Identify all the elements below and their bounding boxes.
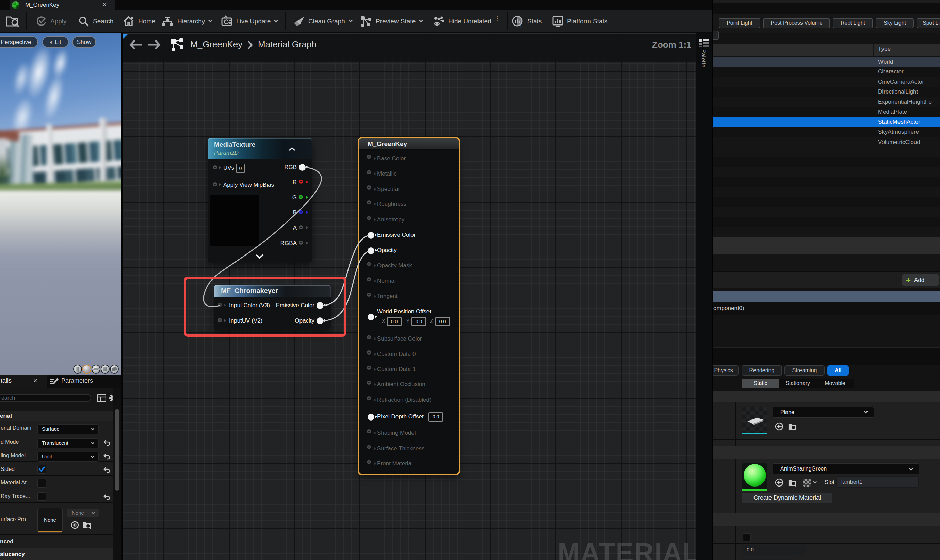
svg-text:i: i bbox=[520, 23, 522, 28]
